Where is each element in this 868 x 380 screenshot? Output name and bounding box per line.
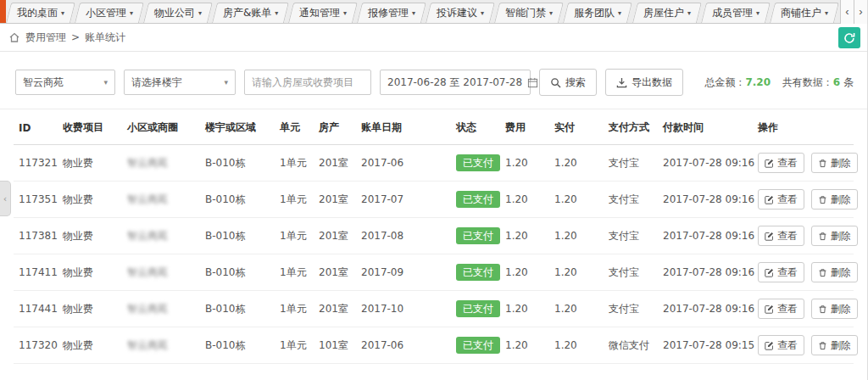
tab-label: 智能门禁 [505, 6, 546, 20]
view-button-label: 查看 [777, 156, 798, 170]
table-header-row: ID收费项目小区或商圈楼宇或区域单元房产账单日期状态费用实付支付方式付款时间操作 [14, 109, 854, 145]
caret-down-icon: ▾ [824, 9, 827, 17]
column-header: 收费项目 [58, 109, 122, 145]
view-button[interactable]: 查看 [758, 226, 804, 246]
total-amount-label: 总金额： [704, 76, 745, 88]
tab-3[interactable]: 物业公司▾ [143, 3, 213, 23]
view-button-label: 查看 [777, 338, 798, 353]
view-button[interactable]: 查看 [758, 335, 804, 355]
search-button-label: 搜索 [565, 75, 586, 90]
delete-button[interactable]: 删除 [811, 335, 858, 355]
caret-down-icon: ▾ [275, 9, 278, 17]
cell-id: 117381 [14, 218, 58, 254]
community-select[interactable]: 智云商苑 ▾ [15, 70, 115, 95]
cell-paid: 1.20 [549, 182, 604, 218]
status-badge: 已支付 [456, 337, 500, 354]
total-amount-value: 7.20 [745, 76, 771, 88]
tab-1[interactable]: 我的桌面▾ [6, 3, 75, 23]
tab-11[interactable]: 成员管理▾ [701, 3, 771, 23]
tab-8[interactable]: 智能门禁▾ [494, 3, 564, 23]
cell-community: 智云商苑 [122, 182, 200, 218]
caret-down-icon: ▾ [198, 9, 202, 17]
tab-scroll-nav: ‹ › [840, 0, 867, 24]
table-body: 117321 物业费 智云商苑 B-010栋 1单元 201室 2017-06 … [14, 145, 854, 364]
bill-table-container: ID收费项目小区或商圈楼宇或区域单元房产账单日期状态费用实付支付方式付款时间操作… [0, 109, 867, 364]
cell-paid: 1.20 [549, 218, 604, 254]
caret-down-icon: ▾ [618, 9, 621, 17]
tab-4[interactable]: 房产&账单▾ [212, 3, 289, 23]
tab-12[interactable]: 商铺住户▾ [770, 3, 839, 23]
keyword-input[interactable] [244, 70, 371, 95]
cell-actions: 查看 删除 [753, 145, 854, 182]
cell-building: B-010栋 [200, 182, 275, 218]
date-range-input[interactable]: 2017-06-28 至 2017-07-28 [380, 70, 531, 95]
cell-community: 智云商苑 [122, 327, 200, 364]
cell-status: 已支付 [451, 218, 500, 254]
column-header: 小区或商圈 [122, 109, 200, 145]
table-row: 117321 物业费 智云商苑 B-010栋 1单元 201室 2017-06 … [14, 145, 854, 182]
delete-button[interactable]: 删除 [811, 262, 858, 282]
sidebar-collapse-handle[interactable]: ‹ [0, 181, 11, 216]
view-button[interactable]: 查看 [758, 299, 804, 319]
column-header: 付款时间 [658, 109, 753, 145]
tab-2[interactable]: 小区管理▾ [75, 3, 144, 23]
status-badge: 已支付 [456, 264, 500, 281]
export-data-button[interactable]: 导出数据 [605, 69, 683, 96]
cell-charge-item: 物业费 [58, 218, 122, 254]
search-icon [550, 77, 561, 88]
data-count-label: 共有数据： [782, 76, 833, 88]
tab-label: 服务团队 [574, 6, 615, 20]
view-button[interactable]: 查看 [758, 153, 804, 173]
column-header: 操作 [753, 109, 854, 145]
tab-6[interactable]: 报修管理▾ [357, 3, 426, 23]
delete-button-label: 删除 [831, 302, 851, 316]
building-select[interactable]: 请选择楼宇 ▾ [124, 70, 236, 95]
status-badge: 已支付 [456, 154, 500, 171]
delete-button[interactable]: 删除 [811, 189, 858, 210]
view-button[interactable]: 查看 [758, 189, 804, 210]
tab-label: 投诉建议 [437, 6, 477, 20]
tab-label: 成员管理 [711, 6, 752, 20]
table-row: 117441 物业费 智云商苑 B-010栋 1单元 201室 2017-10 … [14, 291, 854, 327]
cell-room: 201室 [314, 182, 356, 218]
delete-button-label: 删除 [831, 156, 851, 170]
delete-button-label: 删除 [831, 229, 851, 243]
trash-icon [818, 305, 827, 314]
tab-list: 我的桌面▾小区管理▾物业公司▾房产&账单▾通知管理▾报修管理▾投诉建议▾智能门禁… [8, 3, 841, 23]
tab-label: 房产&账单 [223, 6, 271, 20]
cell-pay-time: 2017-07-28 09:16 [658, 145, 753, 182]
tab-9[interactable]: 服务团队▾ [563, 3, 632, 23]
delete-button[interactable]: 删除 [811, 226, 858, 246]
tab-scroll-right-button[interactable]: › [854, 0, 867, 24]
calendar-icon [527, 77, 538, 88]
column-header: 支付方式 [604, 109, 658, 145]
cell-fee: 1.20 [500, 145, 549, 182]
cell-id: 117411 [14, 254, 58, 291]
caret-down-icon: ▾ [343, 9, 347, 17]
search-button[interactable]: 搜索 [539, 69, 597, 96]
tab-10[interactable]: 房屋住户▾ [632, 3, 702, 23]
cell-community: 智云商苑 [122, 145, 200, 182]
cell-actions: 查看 删除 [753, 254, 854, 291]
column-header: 账单日期 [356, 109, 451, 145]
edit-icon [765, 268, 774, 277]
cell-fee: 1.20 [500, 327, 549, 364]
export-button-label: 导出数据 [632, 75, 672, 90]
tab-7[interactable]: 投诉建议▾ [426, 3, 495, 23]
trash-icon [818, 268, 827, 277]
caret-down-icon: ▾ [755, 9, 759, 17]
tab-scroll-left-button[interactable]: ‹ [840, 0, 854, 24]
delete-button[interactable]: 删除 [811, 153, 858, 173]
cell-charge-item: 物业费 [58, 327, 122, 364]
cell-bill-date: 2017-06 [356, 327, 451, 364]
cell-fee: 1.20 [500, 291, 549, 327]
cell-unit: 1单元 [275, 145, 314, 182]
cell-fee: 1.20 [500, 254, 549, 291]
cell-bill-date: 2017-08 [356, 218, 451, 254]
view-button[interactable]: 查看 [758, 262, 804, 282]
refresh-button[interactable] [838, 27, 860, 48]
delete-button[interactable]: 删除 [811, 299, 858, 319]
tab-5[interactable]: 通知管理▾ [288, 3, 358, 23]
caret-down-icon: ▾ [687, 9, 690, 17]
cell-actions: 查看 删除 [753, 182, 854, 218]
